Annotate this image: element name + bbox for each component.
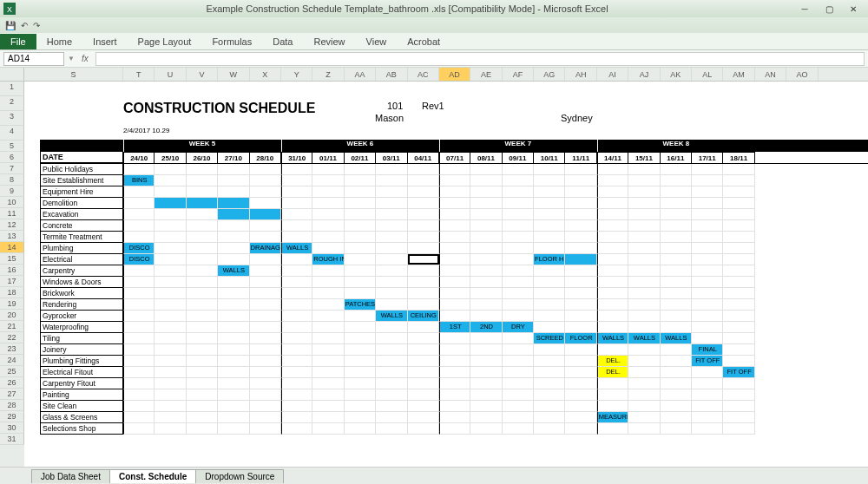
schedule-cell[interactable]: DISCO [123,243,155,254]
name-box[interactable]: AD14 [3,52,64,66]
schedule-cell[interactable] [439,412,470,423]
schedule-cell[interactable] [565,175,596,186]
schedule-cell[interactable] [534,277,565,288]
schedule-cell[interactable] [312,186,344,198]
schedule-cell[interactable] [281,322,312,333]
schedule-cell[interactable] [503,265,534,277]
schedule-cell[interactable] [503,423,534,435]
schedule-cell[interactable] [281,412,312,423]
schedule-cell[interactable] [503,277,534,288]
schedule-cell[interactable] [661,175,692,186]
schedule-cell[interactable] [345,243,376,254]
schedule-cell[interactable] [218,209,249,220]
schedule-cell[interactable] [628,311,660,322]
schedule-cell[interactable] [345,401,376,412]
schedule-cell[interactable] [723,322,754,333]
schedule-cell[interactable] [661,378,692,389]
schedule-cell[interactable] [661,344,692,356]
schedule-cell[interactable] [628,423,660,435]
schedule-cell[interactable] [281,209,312,220]
schedule-cell[interactable] [250,265,281,277]
schedule-cell[interactable] [503,209,534,220]
maximize-button[interactable]: ▢ [818,2,840,16]
schedule-cell[interactable] [345,311,376,322]
schedule-cell[interactable] [628,198,660,209]
schedule-cell[interactable] [470,164,502,175]
schedule-cell[interactable] [470,186,502,198]
schedule-cell[interactable] [312,288,344,299]
schedule-cell[interactable] [123,322,155,333]
schedule-cell[interactable] [470,378,502,389]
schedule-cell[interactable] [250,186,281,198]
schedule-cell[interactable] [470,389,502,401]
schedule-cell[interactable] [692,322,723,333]
schedule-cell[interactable] [187,288,218,299]
schedule-cell[interactable] [281,265,312,277]
ribbon-tab-data[interactable]: Data [262,34,303,49]
row-header[interactable]: 13 [0,231,24,242]
schedule-cell[interactable] [565,401,596,412]
schedule-cell[interactable]: WALLS [628,333,660,344]
schedule-cell[interactable] [534,265,565,277]
schedule-cell[interactable] [218,299,249,311]
schedule-cell[interactable] [218,367,249,378]
schedule-cell[interactable] [628,412,660,423]
schedule-cell[interactable] [503,299,534,311]
schedule-cell[interactable]: DEL. [597,356,628,367]
row-header[interactable]: 23 [0,343,24,355]
ribbon-tab-page-layout[interactable]: Page Layout [128,34,202,49]
schedule-cell[interactable] [123,232,155,243]
schedule-cell[interactable] [692,389,723,401]
schedule-cell[interactable] [723,378,754,389]
schedule-cell[interactable] [661,299,692,311]
schedule-cell[interactable] [534,412,565,423]
schedule-cell[interactable] [187,423,218,435]
schedule-cell[interactable] [376,367,407,378]
schedule-cell[interactable] [503,311,534,322]
schedule-cell[interactable] [345,277,376,288]
schedule-cell[interactable] [597,277,628,288]
schedule-cell[interactable] [470,311,502,322]
schedule-cell[interactable] [692,232,723,243]
row-header[interactable]: 11 [0,208,24,219]
schedule-cell[interactable] [692,243,723,254]
schedule-cell[interactable] [534,356,565,367]
schedule-cell[interactable] [439,277,470,288]
row-header[interactable]: 31 [0,434,24,445]
schedule-cell[interactable] [408,288,439,299]
schedule-cell[interactable] [250,198,281,209]
schedule-cell[interactable] [281,277,312,288]
schedule-cell[interactable] [692,367,723,378]
schedule-cell[interactable] [345,265,376,277]
schedule-cell[interactable] [408,254,439,265]
schedule-cell[interactable] [628,209,660,220]
schedule-cell[interactable] [250,288,281,299]
schedule-cell[interactable] [123,378,155,389]
schedule-cell[interactable] [628,344,660,356]
schedule-cell[interactable] [345,344,376,356]
fx-label[interactable]: fx [78,54,92,63]
schedule-cell[interactable] [312,220,344,232]
schedule-cell[interactable] [187,299,218,311]
schedule-cell[interactable] [250,423,281,435]
column-header[interactable]: Y [281,68,312,81]
schedule-cell[interactable] [408,186,439,198]
schedule-cell[interactable] [250,299,281,311]
schedule-cell[interactable] [534,243,565,254]
schedule-cell[interactable]: PATCHES [345,299,376,311]
schedule-cell[interactable] [503,254,534,265]
schedule-cell[interactable] [345,186,376,198]
schedule-cell[interactable] [503,401,534,412]
schedule-cell[interactable] [597,344,628,356]
row-header[interactable]: 10 [0,197,24,208]
row-header[interactable]: 20 [0,310,24,321]
schedule-cell[interactable] [408,423,439,435]
schedule-cell[interactable] [345,412,376,423]
schedule-cell[interactable] [661,389,692,401]
schedule-cell[interactable] [312,423,344,435]
schedule-cell[interactable] [692,198,723,209]
column-header[interactable]: AN [755,68,786,81]
schedule-cell[interactable] [628,220,660,232]
column-header[interactable]: AC [408,68,439,81]
schedule-cell[interactable] [408,412,439,423]
